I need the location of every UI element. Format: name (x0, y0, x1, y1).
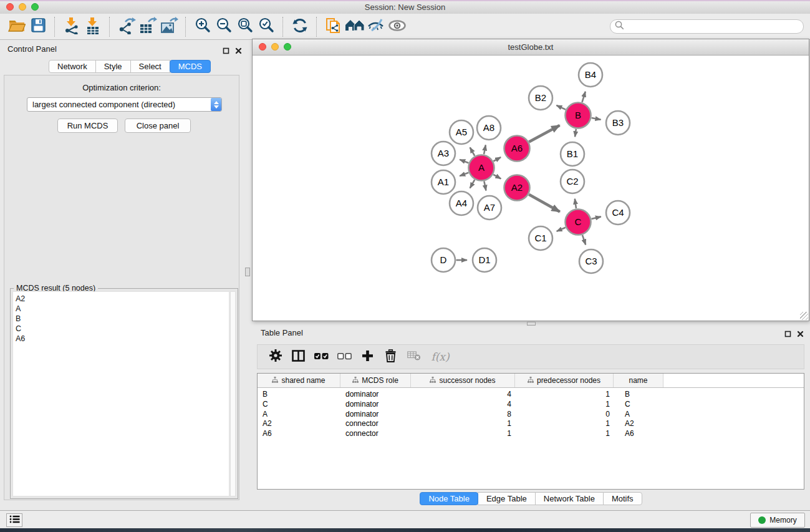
export-table-button[interactable] (137, 16, 158, 38)
edge-A-A5[interactable] (470, 147, 475, 155)
optimization-criterion-select[interactable]: largest connected component (directed) (27, 97, 222, 112)
edge-A-A1[interactable] (460, 173, 468, 176)
table-settings-button[interactable] (264, 346, 287, 368)
run-mcds-button[interactable]: Run MCDS (57, 118, 118, 133)
edge-B-B2[interactable] (556, 105, 566, 110)
show-columns-button[interactable] (287, 346, 310, 368)
function-builder-button[interactable]: f(x) (425, 346, 455, 368)
edge-A-A4[interactable] (470, 180, 475, 188)
edge-C-C1[interactable] (557, 228, 566, 231)
unselect-all-columns-button[interactable] (333, 346, 356, 368)
window-resize-grip[interactable] (800, 312, 808, 320)
toolbar-separator (54, 17, 55, 37)
close-panel-icon[interactable] (235, 46, 242, 57)
table-row-A6[interactable]: A6connector11A6 (258, 428, 804, 438)
mcds-result-box: MCDS result (5 nodes) A2ABCA6 (10, 288, 238, 499)
mcds-result-item-C[interactable]: C (13, 324, 229, 334)
mcds-result-list[interactable]: A2ABCA6 (12, 291, 229, 496)
table-row-B[interactable]: Bdominator41B (258, 389, 804, 399)
edge-B-B1[interactable] (575, 129, 576, 137)
edge-A-A8[interactable] (484, 145, 486, 155)
edge-A6-B[interactable] (529, 125, 559, 142)
network-window-title: testGlobe.txt (253, 42, 809, 52)
column-header-successor-nodes[interactable]: successor nodes (411, 374, 515, 387)
edge-A-A3[interactable] (460, 160, 468, 163)
unchecked-boxes-icon (337, 351, 352, 362)
mcds-result-item-B[interactable]: B (13, 314, 229, 324)
select-all-columns-button[interactable] (310, 346, 333, 368)
column-header-mcds-role[interactable]: MCDS role (340, 374, 411, 387)
horizontal-splitter-grip[interactable] (527, 322, 536, 326)
refresh-button[interactable] (289, 16, 311, 38)
memory-button[interactable]: Memory (750, 513, 805, 528)
show-graphics-details-button[interactable] (387, 16, 408, 38)
float-panel-icon[interactable] (223, 46, 229, 57)
close-panel-button[interactable]: Close panel (125, 118, 191, 133)
node-table[interactable]: shared nameMCDS rolesuccessor nodesprede… (257, 373, 804, 490)
edge-C-C4[interactable] (591, 216, 600, 219)
network-canvas[interactable]: B4B2BB3A8A5A6A3B1AA1C2A2A4A7C4CC1DD1C3 (253, 55, 809, 321)
table-cell: 0 (520, 409, 610, 419)
zoom-selected-button[interactable] (256, 16, 277, 38)
edge-A-A6[interactable] (493, 157, 501, 161)
tab-style[interactable]: Style (95, 60, 131, 73)
mcds-result-item-A2[interactable]: A2 (13, 294, 229, 304)
titlebar: Session: New Session (0, 0, 810, 14)
tab-motifs[interactable]: Motifs (603, 492, 642, 505)
control-panel-window-icons (223, 46, 242, 57)
vertical-splitter-grip[interactable] (245, 268, 250, 276)
delete-columns-button[interactable] (379, 346, 402, 368)
tab-edge-table[interactable]: Edge Table (478, 492, 536, 505)
node-label-B3: B3 (612, 117, 624, 128)
column-header-predecessor-nodes[interactable]: predecessor nodes (515, 374, 614, 387)
mcds-result-item-A6[interactable]: A6 (13, 334, 229, 344)
table-row-A2[interactable]: A2connector11A2 (258, 418, 804, 428)
edge-A-A2[interactable] (493, 175, 501, 179)
add-column-button[interactable] (356, 346, 379, 368)
search-input[interactable] (624, 22, 799, 32)
tab-node-table[interactable]: Node Table (420, 492, 478, 505)
tab-mcds[interactable]: MCDS (170, 60, 211, 73)
column-header-label: successor nodes (439, 376, 495, 385)
table-cell: connector (345, 418, 408, 428)
edge-C-C3[interactable] (582, 235, 586, 245)
float-panel-icon[interactable] (784, 329, 791, 340)
tab-network-table[interactable]: Network Table (535, 492, 604, 505)
column-header-name[interactable]: name (614, 374, 663, 387)
show-task-history-button[interactable] (6, 513, 22, 527)
save-session-button[interactable] (27, 16, 49, 38)
result-list-scrollbar[interactable] (230, 291, 236, 496)
edge-A-A7[interactable] (484, 181, 486, 191)
column-header-shared-name[interactable]: shared name (258, 374, 340, 387)
mcds-result-item-A[interactable]: A (13, 304, 229, 314)
column-header-label: name (629, 376, 647, 385)
edge-B-B4[interactable] (582, 92, 585, 102)
columns-icon (292, 350, 305, 364)
table-row-C[interactable]: Cdominator41C (258, 399, 804, 409)
import-network-button[interactable] (61, 16, 82, 38)
clone-network-button[interactable] (323, 16, 344, 38)
delete-table-button[interactable] (402, 346, 425, 368)
export-image-icon (160, 17, 178, 37)
tab-network[interactable]: Network (49, 60, 96, 73)
import-table-button[interactable] (82, 16, 104, 38)
node-label-D: D (440, 254, 447, 265)
search-box[interactable] (610, 19, 804, 34)
hide-graphics-details-button[interactable] (365, 16, 387, 38)
table-cell: B (625, 389, 675, 399)
export-image-button[interactable] (158, 16, 180, 38)
clone-network-icon (325, 16, 342, 37)
table-row-A[interactable]: Adominator80A (258, 409, 804, 419)
export-network-button[interactable] (116, 16, 137, 38)
edge-A2-C[interactable] (529, 195, 560, 212)
close-panel-icon[interactable] (797, 329, 804, 340)
zoom-in-button[interactable] (192, 16, 213, 38)
edge-C-C2[interactable] (575, 199, 576, 208)
memory-label: Memory (769, 516, 796, 525)
zoom-fit-button[interactable] (234, 16, 256, 38)
edge-B-B3[interactable] (592, 118, 601, 120)
open-session-button[interactable] (6, 16, 27, 38)
home-view-button[interactable] (344, 16, 365, 38)
zoom-out-button[interactable] (213, 16, 234, 38)
tab-select[interactable]: Select (130, 60, 170, 73)
